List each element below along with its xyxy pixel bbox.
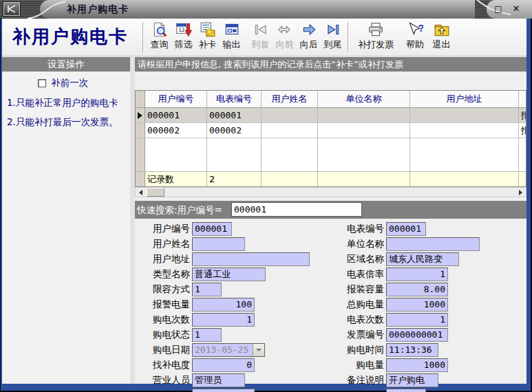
go-next-button[interactable]: 向后 (297, 20, 321, 50)
toolbar: 查询 12 筛选 (147, 20, 454, 56)
field-label: 购电时间 (324, 344, 384, 356)
filter-calendar-icon: 12 (171, 21, 195, 39)
total-energy-field[interactable]: 1000 (386, 298, 448, 312)
purchase-energy-field[interactable]: 1000 (386, 358, 448, 372)
record-count-label: 记录数 (145, 172, 207, 186)
go-first-button[interactable]: 到首 (248, 20, 273, 50)
purchase-date-combobox[interactable]: 2013-05-25 (192, 343, 265, 357)
field-label: 限容方式 (135, 283, 190, 296)
filter-button[interactable]: 12 筛选 (171, 20, 195, 50)
meter-constant-field[interactable]: 1600 (192, 389, 255, 392)
meter-id-field[interactable]: 000001 (386, 222, 426, 236)
limit-mode-field[interactable]: 1 (192, 283, 222, 296)
arrow-first-icon (248, 21, 273, 39)
maximize-button[interactable]: □ (492, 3, 504, 14)
table-row[interactable]: 000002 000002 报 (136, 123, 526, 138)
svg-text:?: ? (418, 22, 423, 34)
area-name-field[interactable]: 城东人民路变 (386, 252, 459, 266)
field-label: 发票编号 (324, 329, 384, 341)
grid-horizontal-scrollbar[interactable] (135, 187, 526, 197)
field-label: 报装容量 (324, 283, 384, 296)
field-label: 类型名称 (135, 268, 190, 281)
quick-search-input[interactable] (231, 202, 362, 217)
purchase-status-field[interactable]: 1 (192, 328, 222, 342)
form-left-column: 用户编号000001 用户姓名 用户地址 类型名称普通工业 限容方式1 报警电量… (135, 222, 310, 392)
field-label: 购电状态 (135, 329, 190, 341)
close-button[interactable]: ✕ (510, 3, 522, 14)
supplement-previous-checkbox[interactable] (38, 79, 46, 87)
query-button[interactable]: 查询 (147, 20, 171, 50)
replace-card-button[interactable]: 补卡 (195, 20, 220, 50)
org-name-field[interactable] (386, 237, 480, 251)
sidebar-header: 设置操作 (2, 57, 130, 72)
field-label: 购电次数 (135, 314, 190, 326)
col-header-org-name[interactable]: 单位名称 (318, 91, 410, 107)
sidebar-note-2: 2.只能补打最后一次发票。 (7, 116, 127, 128)
field-label: 电表编号 (324, 223, 384, 235)
meter-count-field[interactable]: 1 (386, 313, 448, 327)
quick-search-bar: 快速搜索:用户编号= (135, 201, 526, 219)
user-name-field[interactable] (192, 237, 245, 251)
app-logo-icon[interactable] (3, 2, 20, 16)
exit-button[interactable]: 退出 (429, 20, 454, 50)
field-label: 购电日期 (135, 344, 190, 356)
field-label: 单位名称 (324, 238, 384, 250)
field-label: 电表倍率 (324, 268, 384, 281)
user-id-field[interactable]: 000001 (192, 222, 232, 236)
field-label: 型号版本 (324, 389, 384, 392)
scroll-left-icon (139, 190, 142, 195)
user-address-field[interactable] (192, 252, 310, 266)
page-title: 补用户购电卡 (12, 25, 128, 49)
installed-capacity-field[interactable]: 8.00 (386, 283, 448, 296)
col-header-user-name[interactable]: 用户姓名 (262, 91, 318, 107)
svg-text:12: 12 (178, 27, 184, 33)
table-row[interactable]: 000001 000001 报 (136, 108, 526, 123)
scroll-left-button[interactable] (136, 188, 146, 197)
printer-icon (351, 21, 401, 39)
main-panel: 请根据用户申报信息, 搜索到该用户的记录后点击“补卡”或补打发票 用户编号 电表… (135, 57, 526, 384)
meter-ratio-field[interactable]: 1 (386, 268, 448, 281)
field-label: 用户姓名 (135, 238, 190, 250)
record-count-value: 2 (207, 172, 262, 186)
type-name-field[interactable]: 普通工业 (192, 268, 266, 281)
field-label: 购电量 (324, 359, 384, 371)
scroll-right-button[interactable] (515, 188, 526, 197)
reprint-invoice-button[interactable]: 补打发票 (351, 20, 401, 50)
checkbox-row[interactable]: 补前一次 (38, 77, 130, 89)
header-strip: 补用户购电卡 查询 (2, 19, 526, 56)
col-header-user-id[interactable]: 用户编号 (145, 91, 207, 107)
go-prev-button[interactable]: 向前 (273, 20, 297, 50)
purchase-count-field[interactable]: 1 (192, 313, 255, 327)
remark-field[interactable]: 开户购电 (386, 373, 438, 387)
field-label: 区域名称 (324, 253, 384, 265)
col-header-user-address[interactable]: 用户地址 (410, 91, 519, 107)
adjust-energy-field[interactable]: 0 (192, 358, 255, 372)
model-version-field[interactable]: 18460 (386, 389, 426, 392)
sidebar-note-1: 1.只能补正常用户的购电卡 (7, 97, 127, 109)
purchase-time-field[interactable]: 11:13:36 (386, 343, 438, 357)
operator-field[interactable]: 管理员 (192, 373, 245, 387)
quick-search-label: 快速搜索:用户编号= (137, 204, 222, 217)
field-label: 报警电量 (135, 298, 190, 311)
sidebar-splitter[interactable] (130, 57, 135, 384)
window-content: 补用户购电卡 查询 (2, 19, 526, 384)
field-label: 营业人员 (135, 374, 190, 386)
invoice-no-field[interactable]: 0000000001 (386, 328, 448, 342)
help-cursor-icon: ? (401, 21, 429, 39)
window-title: 补用户购电卡 (67, 3, 129, 16)
go-last-button[interactable]: 到尾 (321, 20, 345, 50)
dropdown-button[interactable] (253, 344, 264, 356)
col-header-meter-id[interactable]: 电表编号 (207, 91, 262, 107)
checkbox-label: 补前一次 (51, 77, 88, 89)
alarm-energy-field[interactable]: 100 (192, 298, 255, 312)
grid-indicator-header (136, 91, 145, 107)
titlebar: 补用户购电卡 □ ✕ (0, 0, 532, 19)
instruction-bar: 请根据用户申报信息, 搜索到该用户的记录后点击“补卡”或补打发票 (135, 57, 526, 72)
toolbar-separator (345, 22, 351, 52)
scrollbar-thumb[interactable] (147, 188, 164, 197)
header-separator (142, 22, 144, 53)
app-window: 补用户购电卡 □ ✕ 补用户购电卡 查询 (0, 0, 532, 392)
help-button[interactable]: ? 帮助 (401, 20, 429, 50)
output-button[interactable]: 输出 (220, 20, 244, 50)
arrow-prev-icon (273, 21, 297, 39)
